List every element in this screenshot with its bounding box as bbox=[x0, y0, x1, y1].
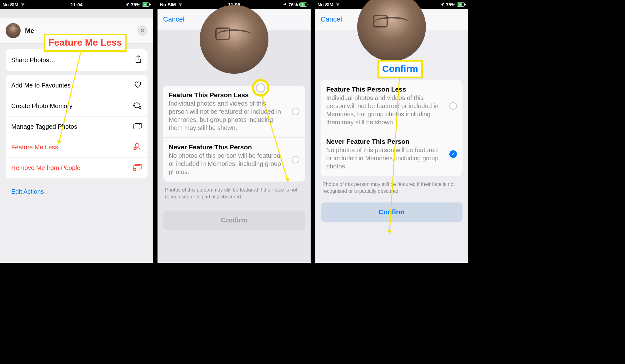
tap-indicator bbox=[252, 79, 269, 97]
carrier-label: No SIM bbox=[160, 2, 176, 7]
confirm-button[interactable]: Confirm bbox=[163, 211, 305, 230]
edit-actions-link[interactable]: Edit Actions… bbox=[6, 182, 148, 201]
feature-me-less-row[interactable]: Feature Me Less bbox=[6, 137, 148, 157]
svg-rect-2 bbox=[150, 4, 151, 5]
footnote: Photos of this person may still be featu… bbox=[315, 176, 468, 196]
person-avatar-large bbox=[200, 30, 268, 80]
option-never-feature[interactable]: Never Feature This Person No photos of t… bbox=[163, 137, 305, 182]
option-title: Never Feature This Person bbox=[169, 143, 287, 151]
location-icon bbox=[440, 2, 444, 7]
wifi-icon bbox=[20, 2, 26, 7]
callout-feature-me-less: Feature Me Less bbox=[44, 34, 127, 52]
cancel-button[interactable]: Cancel bbox=[163, 15, 184, 23]
cancel-button[interactable]: Cancel bbox=[321, 15, 342, 23]
svg-marker-20 bbox=[387, 230, 392, 234]
remove-stack-icon bbox=[132, 163, 142, 172]
svg-rect-4 bbox=[134, 124, 140, 129]
location-icon bbox=[283, 2, 287, 7]
remove-person-label: Remove Me from People bbox=[11, 164, 80, 172]
modal-background: Cancel Me Feature This Person Less Indiv… bbox=[158, 9, 311, 263]
option-title: Never Feature This Person bbox=[326, 138, 444, 145]
add-favourites-label: Add Me to Favourites bbox=[11, 82, 71, 89]
option-feature-less[interactable]: Feature This Person Less Individual phot… bbox=[321, 80, 462, 132]
memory-icon bbox=[132, 102, 142, 111]
callout-confirm: Confirm bbox=[378, 60, 423, 78]
modal-background: Cancel Me Feature This Person Less Indiv… bbox=[315, 9, 468, 263]
option-description: No photos of this person will be feature… bbox=[326, 146, 444, 170]
wifi-icon bbox=[335, 2, 341, 7]
create-memory-row[interactable]: Create Photo Memory bbox=[6, 96, 148, 116]
option-description: Individual photos and videos of this per… bbox=[326, 94, 444, 126]
create-memory-label: Create Photo Memory bbox=[11, 102, 72, 110]
person-name: Me bbox=[25, 27, 34, 34]
phone-screen-2: No SIM 11:05 76% Cancel Me Feature This … bbox=[158, 0, 311, 263]
feature-me-less-label: Feature Me Less bbox=[11, 144, 58, 151]
footnote: Photos of this person may still be featu… bbox=[158, 182, 311, 201]
option-never-feature[interactable]: Never Feature This Person No photos of t… bbox=[321, 132, 462, 176]
options-list: Feature This Person Less Individual phot… bbox=[163, 86, 305, 182]
battery-icon bbox=[457, 2, 466, 7]
carrier-label: No SIM bbox=[318, 2, 333, 7]
remove-person-row[interactable]: Remove Me from People bbox=[6, 157, 148, 178]
option-description: No photos of this person will be feature… bbox=[169, 152, 287, 176]
photos-stack-icon bbox=[133, 122, 142, 131]
battery-icon bbox=[299, 2, 308, 7]
actions-group: Add Me to Favourites Create Photo Memory… bbox=[6, 75, 148, 178]
manage-tagged-label: Manage Tagged Photos bbox=[11, 123, 77, 130]
battery-percent: 75% bbox=[446, 2, 455, 7]
option-title: Feature This Person Less bbox=[169, 91, 287, 99]
battery-icon bbox=[142, 2, 151, 7]
svg-rect-18 bbox=[465, 4, 466, 5]
close-button[interactable] bbox=[138, 26, 148, 36]
svg-rect-13 bbox=[308, 4, 308, 5]
manage-tagged-row[interactable]: Manage Tagged Photos bbox=[6, 116, 148, 137]
radio-checked-icon[interactable]: ✓ bbox=[449, 150, 457, 158]
battery-percent: 75% bbox=[131, 2, 140, 7]
radio-unchecked-icon[interactable] bbox=[292, 108, 299, 115]
share-group: Share Photos… bbox=[6, 49, 148, 71]
carrier-label: No SIM bbox=[2, 2, 18, 7]
action-sheet-background: Me Share Photos… Add Me to Favourites bbox=[0, 9, 153, 263]
sheet-body: Share Photos… Add Me to Favourites Creat… bbox=[0, 44, 153, 263]
person-minus-icon bbox=[133, 143, 142, 152]
phone-screen-3: No SIM 11:04 75% Cancel Me Feature This … bbox=[315, 0, 468, 263]
person-avatar bbox=[6, 23, 21, 38]
location-icon bbox=[125, 2, 129, 7]
share-photos-label: Share Photos… bbox=[11, 57, 55, 64]
add-favourites-row[interactable]: Add Me to Favourites bbox=[6, 75, 148, 96]
option-description: Individual photos and videos of this per… bbox=[169, 99, 287, 132]
status-bar: No SIM 11:04 75% bbox=[0, 0, 153, 9]
phone-screen-1: No SIM 11:04 75% Me S bbox=[0, 0, 153, 263]
svg-point-5 bbox=[135, 143, 139, 147]
options-list: Feature This Person Less Individual phot… bbox=[321, 80, 462, 176]
option-title: Feature This Person Less bbox=[326, 86, 444, 93]
battery-percent: 76% bbox=[288, 2, 298, 7]
clock: 11:04 bbox=[71, 2, 82, 7]
radio-unchecked-icon[interactable] bbox=[292, 156, 299, 163]
confirm-button[interactable]: Confirm bbox=[321, 202, 462, 222]
share-icon bbox=[134, 55, 142, 65]
share-photos-row[interactable]: Share Photos… bbox=[6, 49, 148, 71]
radio-unchecked-icon[interactable] bbox=[449, 102, 457, 110]
heart-icon bbox=[134, 81, 142, 90]
option-feature-less[interactable]: Feature This Person Less Individual phot… bbox=[163, 86, 305, 137]
wifi-icon bbox=[178, 2, 183, 7]
